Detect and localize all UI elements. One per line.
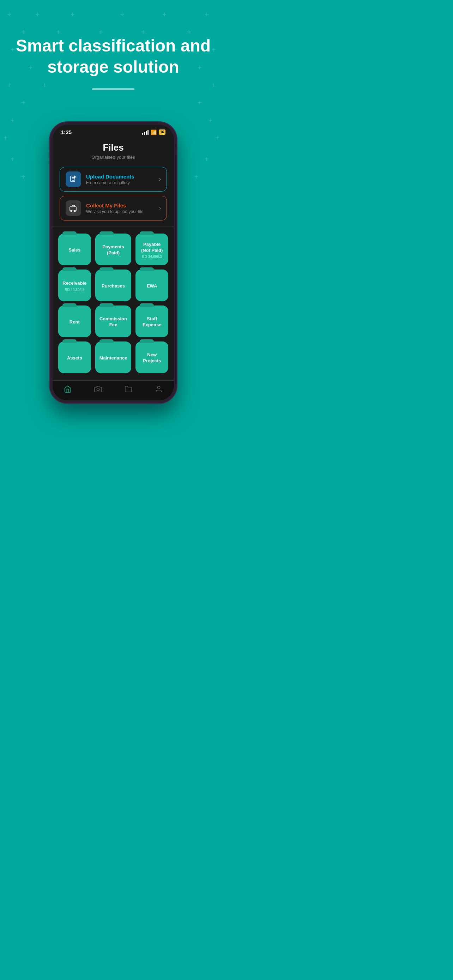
folder-commission-fee[interactable]: Commission Fee [95,305,132,337]
nav-camera[interactable] [94,385,102,393]
nav-files[interactable] [124,385,133,393]
collect-files-desc: We visit you to upload your file [86,209,159,214]
folder-rent-label: Rent [70,319,80,325]
folder-staff-label: Staff Expense [140,316,164,328]
bottom-nav [52,380,174,400]
folder-purchases-label: Purchases [102,283,125,289]
collect-files-button[interactable]: Collect My Files We visit you to upload … [60,196,167,221]
upload-arrow-icon: › [159,176,161,182]
svg-point-5 [157,386,160,389]
folder-payments-paid-label: Payments (Paid) [100,244,127,256]
signal-bars-icon [142,130,149,135]
camera-icon [94,385,102,393]
folder-payable-label: Payable (Not Paid) [140,242,164,254]
upload-documents-button[interactable]: Upload Documents From camera or gallery … [60,167,167,192]
status-time: 1:25 [61,129,72,135]
upload-documents-desc: From camera or gallery [86,180,159,185]
folder-payments-paid[interactable]: Payments (Paid) [95,234,132,265]
folder-new-projects[interactable]: New Projects [135,342,168,373]
status-icons: 📶 16 [142,129,165,135]
phone-header: Files Organaised your files [52,137,174,167]
home-icon [64,385,72,393]
collect-files-title: Collect My Files [86,202,159,208]
wifi-icon: 📶 [151,129,157,135]
upload-icon [66,172,81,187]
profile-icon [154,385,163,393]
folder-sales-label: Sales [68,247,80,253]
battery-icon: 16 [159,129,165,135]
upload-documents-title: Upload Documents [86,173,159,180]
folder-grid: Sales Payments (Paid) Payable (Not Paid)… [52,226,174,380]
folder-payable-not-paid[interactable]: Payable (Not Paid) BD 34,699.3 [135,234,168,265]
hero-divider [92,88,134,90]
folder-receivable-label: Receivable [62,280,86,286]
folder-receivable[interactable]: Receivable BD 14,302.2 [58,269,91,301]
collect-files-text: Collect My Files We visit you to upload … [86,202,159,214]
folder-rent[interactable]: Rent [58,305,91,337]
folder-new-projects-label: New Projects [140,352,164,364]
folder-payable-amount: BD 34,699.3 [142,255,162,259]
folder-receivable-amount: BD 14,302.2 [65,288,84,292]
phone-mockup: 1:25 📶 16 Files Organaised your files [50,122,177,403]
folder-purchases[interactable]: Purchases [95,269,132,301]
folder-maintenance[interactable]: Maintenance [95,342,132,373]
status-bar: 1:25 📶 16 [52,125,174,137]
collect-icon [66,200,81,216]
collect-arrow-icon: › [159,205,161,211]
nav-home[interactable] [64,385,72,393]
folder-ewa[interactable]: EWA [135,269,168,301]
folder-sales[interactable]: Sales [58,234,91,265]
phone-screen-title: Files [60,142,167,153]
svg-point-4 [97,388,99,391]
phone-container: 1:25 📶 16 Files Organaised your files [0,122,227,425]
folder-assets-label: Assets [67,355,82,361]
upload-documents-text: Upload Documents From camera or gallery [86,173,159,185]
folder-assets[interactable]: Assets [58,342,91,373]
action-buttons: Upload Documents From camera or gallery … [52,167,174,226]
hero-title: Smart classification and storage solutio… [14,35,212,78]
folder-ewa-label: EWA [147,283,157,289]
hero-section: Smart classification and storage solutio… [0,0,227,122]
phone-screen-subtitle: Organaised your files [60,154,167,160]
nav-profile[interactable] [154,385,163,393]
folder-maintenance-label: Maintenance [100,355,127,361]
files-icon [124,385,133,393]
folder-staff-expense[interactable]: Staff Expense [135,305,168,337]
folder-commission-label: Commission Fee [100,316,127,328]
